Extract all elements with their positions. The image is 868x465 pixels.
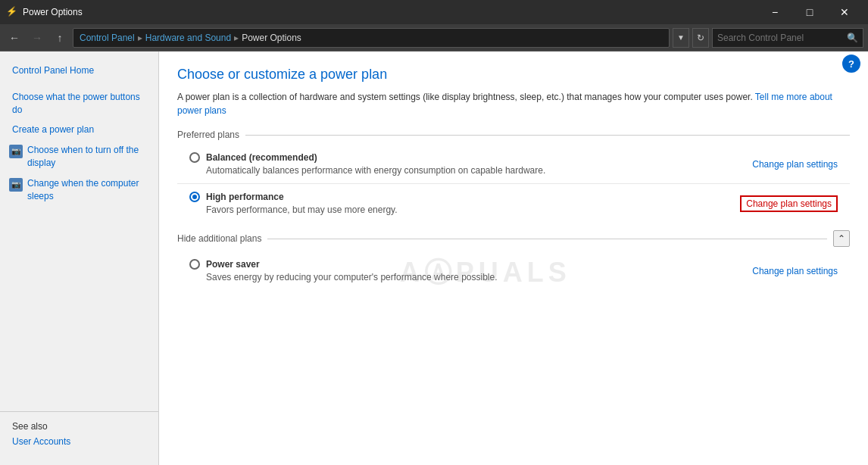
plan-balanced-left: Balanced (recommended) Automatically bal… [189, 152, 752, 176]
sleep-icon: 📷 [9, 178, 23, 192]
plan-balanced-name: Balanced (recommended) [206, 152, 317, 163]
radio-highperf[interactable] [189, 192, 200, 202]
change-plan-highperf-link[interactable]: Change plan settings [740, 195, 838, 212]
sidebar-item-create-plan[interactable]: Create a power plan [0, 120, 158, 140]
preferred-separator-line [245, 135, 850, 136]
plan-powersaver-left: Power saver Saves energy by reducing you… [189, 259, 752, 282]
help-button[interactable]: ? [842, 55, 860, 73]
plan-powersaver-name: Power saver [206, 259, 260, 270]
plan-highperf-name: High performance [206, 192, 284, 202]
sidebar-item-sleeps-label: Change when the computer sleeps [27, 177, 149, 203]
close-button[interactable]: ✕ [827, 0, 862, 24]
breadcrumb-controlpanel[interactable]: Control Panel [80, 33, 135, 43]
address-bar: ← → ↑ Control Panel ▸ Hardware and Sound… [0, 24, 868, 51]
see-also-label: See also [12, 421, 146, 432]
plan-highperf-desc: Favors performance, but may use more ene… [206, 204, 740, 215]
sidebar-item-turn-off-label: Choose when to turn off the display [27, 144, 149, 170]
plan-highperf-left: High performance Favors performance, but… [189, 192, 740, 215]
additional-separator: Hide additional plans ⌃ [177, 230, 850, 247]
plan-row-powersaver: Power saver Saves energy by reducing you… [177, 251, 850, 290]
plan-powersaver-name-row: Power saver [189, 259, 752, 270]
change-plan-powersaver-link[interactable]: Change plan settings [752, 266, 838, 276]
refresh-button[interactable]: ↻ [692, 28, 709, 48]
plan-row-highperf: High performance Favors performance, but… [177, 184, 850, 223]
see-also-user-accounts[interactable]: User Accounts [12, 436, 146, 447]
sidebar-item-power-buttons[interactable]: Choose what the power buttons do [0, 87, 158, 120]
window-controls: − □ ✕ [757, 0, 862, 24]
additional-plans-section: Hide additional plans ⌃ Power saver Save… [177, 230, 850, 290]
title-bar: ⚡ Power Options − □ ✕ [0, 0, 868, 24]
content-area: AⒶPUALS Choose or customize a power plan… [159, 51, 868, 465]
preferred-label: Preferred plans [177, 130, 239, 140]
description-text: A power plan is a collection of hardware… [177, 92, 753, 102]
monitor-icon: 📷 [9, 145, 23, 158]
path-separator-2: ▸ [234, 33, 239, 43]
preferred-separator: Preferred plans [177, 130, 850, 140]
radio-balanced[interactable] [189, 152, 200, 163]
search-icon: 🔍 [847, 33, 858, 43]
content-description: A power plan is a collection of hardware… [177, 90, 850, 117]
address-right-controls: ▼ ↻ 🔍 [673, 28, 863, 48]
sidebar-item-computer-sleeps[interactable]: 📷 Change when the computer sleeps [0, 173, 158, 207]
path-separator-1: ▸ [138, 33, 142, 43]
change-plan-balanced-link[interactable]: Change plan settings [752, 159, 838, 170]
back-button[interactable]: ← [5, 28, 24, 48]
breadcrumb-hardware[interactable]: Hardware and Sound [145, 33, 231, 43]
plan-highperf-name-row: High performance [189, 192, 740, 202]
up-button[interactable]: ↑ [50, 28, 70, 48]
path-dropdown-button[interactable]: ▼ [673, 28, 689, 48]
search-box: 🔍 [712, 28, 863, 48]
preferred-plans-section: Preferred plans Balanced (recommended) A… [177, 130, 850, 223]
maximize-button[interactable]: □ [792, 0, 827, 24]
window-icon: ⚡ [6, 6, 18, 18]
sidebar-item-home[interactable]: Control Panel Home [0, 61, 158, 81]
breadcrumb-current: Power Options [242, 33, 301, 43]
main-window: Control Panel Home Choose what the power… [0, 51, 868, 465]
additional-separator-line [267, 239, 827, 239]
additional-toggle-button[interactable]: ⌃ [833, 230, 850, 247]
plan-balanced-name-row: Balanced (recommended) [189, 152, 752, 163]
forward-button[interactable]: → [27, 28, 47, 48]
minimize-button[interactable]: − [757, 0, 792, 24]
radio-powersaver[interactable] [189, 259, 200, 270]
sidebar: Control Panel Home Choose what the power… [0, 51, 159, 465]
plan-powersaver-desc: Saves energy by reducing your computer's… [206, 272, 752, 282]
sidebar-item-turn-off-display[interactable]: 📷 Choose when to turn off the display [0, 140, 158, 173]
window-title: Power Options [23, 7, 757, 17]
plan-balanced-desc: Automatically balances performance with … [206, 165, 752, 176]
sidebar-nav: Choose what the power buttons do Create … [0, 87, 158, 207]
plan-row-balanced: Balanced (recommended) Automatically bal… [177, 145, 850, 184]
address-path: Control Panel ▸ Hardware and Sound ▸ Pow… [73, 28, 670, 48]
content-title: Choose or customize a power plan [177, 67, 850, 83]
search-input[interactable] [717, 33, 844, 43]
radio-highperf-dot [192, 195, 197, 199]
sidebar-see-also: See also User Accounts [0, 411, 158, 456]
additional-label: Hide additional plans [177, 233, 261, 244]
